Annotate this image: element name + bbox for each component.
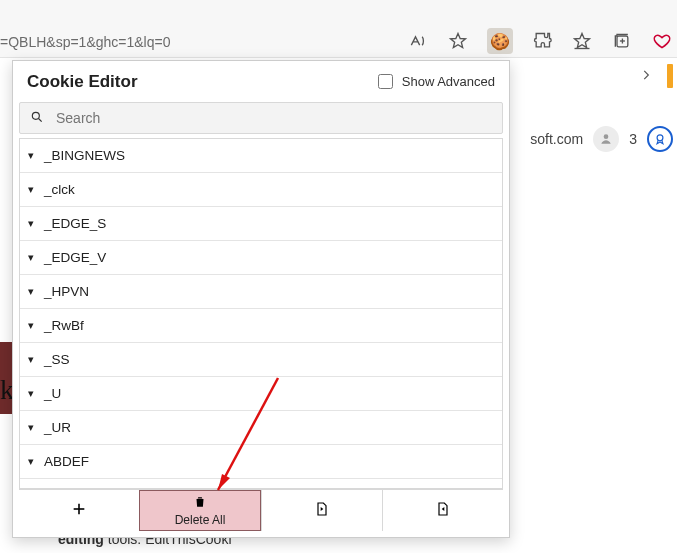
cookie-row[interactable]: ▾_RwBf	[20, 309, 502, 343]
popup-title: Cookie Editor	[27, 72, 138, 92]
delete-all-label: Delete All	[175, 513, 226, 527]
chevron-down-icon: ▾	[28, 421, 34, 434]
cookie-name: _clck	[44, 182, 75, 197]
cookie-row[interactable]: ▾_BINGNEWS	[20, 139, 502, 173]
profile-avatar-icon[interactable]	[593, 126, 619, 152]
cookie-name: _U	[44, 386, 61, 401]
chevron-down-icon: ▾	[28, 149, 34, 162]
cookie-name: _HPVN	[44, 284, 89, 299]
chevron-down-icon: ▾	[28, 353, 34, 366]
export-icon	[435, 501, 451, 520]
cookie-row[interactable]: ▾_EDGE_S	[20, 207, 502, 241]
chevron-down-icon: ▾	[28, 251, 34, 264]
forward-chevron-icon[interactable]	[639, 66, 653, 87]
popup-footer: Delete All	[19, 489, 503, 531]
search-input[interactable]	[54, 109, 492, 127]
show-advanced-toggle[interactable]: Show Advanced	[374, 71, 495, 92]
extensions-icon[interactable]	[531, 30, 553, 52]
background-header-right: soft.com 3	[530, 126, 673, 152]
svg-point-8	[32, 112, 39, 119]
svg-marker-1	[575, 34, 590, 48]
svg-point-7	[657, 135, 663, 141]
chevron-down-icon: ▾	[28, 217, 34, 230]
chevron-down-icon: ▾	[28, 319, 34, 332]
cookie-row[interactable]: ▾_UR	[20, 411, 502, 445]
cookie-name: ABDEF	[44, 454, 89, 469]
read-aloud-icon[interactable]	[407, 30, 429, 52]
cookie-row[interactable]: ▾_EDGE_V	[20, 241, 502, 275]
cookie-row[interactable]: ▾_clck	[20, 173, 502, 207]
add-cookie-button[interactable]	[19, 490, 139, 531]
import-icon	[314, 501, 330, 520]
delete-all-button[interactable]: Delete All	[139, 490, 261, 531]
rewards-medal-icon[interactable]	[647, 126, 673, 152]
sidebar-toggle-icon[interactable]	[667, 64, 673, 88]
browser-toolbar: =QBLH&sp=1&ghc=1&lq=0 🍪	[0, 0, 677, 58]
show-advanced-checkbox[interactable]	[378, 74, 393, 89]
svg-marker-0	[451, 34, 466, 48]
favorites-icon[interactable]	[571, 30, 593, 52]
heart-icon[interactable]	[651, 30, 673, 52]
svg-point-6	[604, 134, 609, 139]
collections-icon[interactable]	[611, 30, 633, 52]
export-button[interactable]	[382, 490, 503, 531]
cookie-row[interactable]: ▾_U	[20, 377, 502, 411]
chevron-down-icon: ▾	[28, 455, 34, 468]
import-button[interactable]	[261, 490, 382, 531]
search-icon	[30, 110, 44, 127]
cookie-row[interactable]: ▾ABDEF	[20, 445, 502, 479]
show-advanced-label: Show Advanced	[402, 74, 495, 89]
background-host-text: soft.com	[530, 131, 583, 147]
svg-line-9	[39, 118, 42, 121]
toolbar-icons: 🍪	[407, 28, 677, 54]
cookie-name: _BINGNEWS	[44, 148, 125, 163]
cookie-name: _UR	[44, 420, 71, 435]
cookie-row[interactable]: ▾_SS	[20, 343, 502, 377]
rewards-points: 3	[629, 131, 637, 147]
cookie-row[interactable]: ▾ACL	[20, 479, 502, 488]
cookie-name: _SS	[44, 352, 70, 367]
cookie-list-container: ▾_BINGNEWS▾_clck▾_EDGE_S▾_EDGE_V▾_HPVN▾_…	[19, 138, 503, 489]
cookie-row[interactable]: ▾_HPVN	[20, 275, 502, 309]
plus-icon	[71, 501, 87, 520]
popup-header: Cookie Editor Show Advanced	[13, 61, 509, 98]
chevron-down-icon: ▾	[28, 387, 34, 400]
cookie-name: _EDGE_S	[44, 216, 106, 231]
chevron-down-icon: ▾	[28, 183, 34, 196]
trash-icon	[193, 495, 207, 512]
cookie-editor-popup: Cookie Editor Show Advanced ▾_BINGNEWS▾_…	[12, 60, 510, 538]
chevron-down-icon: ▾	[28, 285, 34, 298]
cookie-list[interactable]: ▾_BINGNEWS▾_clck▾_EDGE_S▾_EDGE_V▾_HPVN▾_…	[20, 139, 502, 488]
cookie-name: _RwBf	[44, 318, 84, 333]
search-row	[19, 102, 503, 134]
favorite-star-icon[interactable]	[447, 30, 469, 52]
cookie-editor-extension-icon[interactable]: 🍪	[487, 28, 513, 54]
cookie-name: _EDGE_V	[44, 250, 106, 265]
url-fragment: =QBLH&sp=1&ghc=1&lq=0	[0, 34, 170, 50]
